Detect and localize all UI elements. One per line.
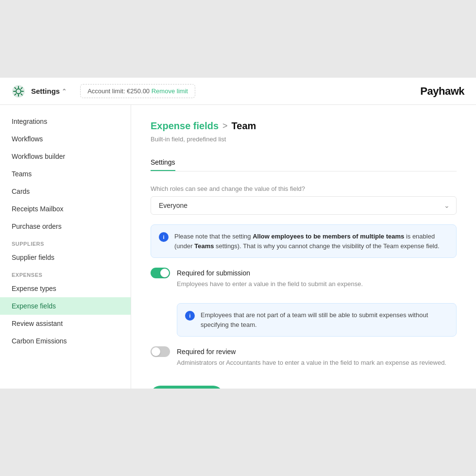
roles-select-wrapper: Everyone ⌄ bbox=[151, 196, 457, 215]
toggle-submission-header: Required for submission bbox=[151, 268, 457, 278]
sidebar-item-label: Workflows bbox=[12, 135, 43, 143]
toggle-review-row: Required for review Administrators or Ac… bbox=[151, 346, 457, 372]
page-subtitle: Built-in field, predefined list bbox=[151, 136, 457, 143]
sidebar-item-purchase-orders[interactable]: Purchase orders bbox=[0, 218, 131, 235]
sidebar-item-teams[interactable]: Teams bbox=[0, 165, 131, 183]
sidebar: Integrations Workflows Workflows builder… bbox=[0, 105, 131, 389]
sidebar-item-expense-types[interactable]: Expense types bbox=[0, 280, 131, 297]
account-limit-badge: Account limit: €250.00 Remove limit bbox=[80, 84, 195, 98]
sidebar-item-review-assistant[interactable]: Review assistant bbox=[0, 315, 131, 332]
toggle-submission-row: Required for submission Employees have t… bbox=[151, 268, 457, 293]
app-window: Settings ⌃ Account limit: €250.00 Remove… bbox=[0, 78, 476, 389]
expenses-section-label: EXPENSES bbox=[0, 266, 131, 280]
toggle-review-description: Administrators or Accountants have to en… bbox=[177, 359, 457, 366]
sub-info-text: Employees that are not part of a team wi… bbox=[201, 310, 448, 329]
toggle-submission-switch[interactable] bbox=[151, 268, 170, 278]
header: Settings ⌃ Account limit: €250.00 Remove… bbox=[0, 78, 476, 105]
sidebar-item-label: Teams bbox=[12, 170, 32, 178]
sidebar-item-label: Purchase orders bbox=[12, 222, 62, 230]
settings-chevron-icon: ⌃ bbox=[62, 88, 67, 95]
breadcrumb-current: Team bbox=[232, 120, 256, 132]
sidebar-item-expense-fields[interactable]: Expense fields bbox=[0, 297, 131, 315]
sidebar-item-supplier-fields[interactable]: Supplier fields bbox=[0, 249, 131, 266]
sidebar-item-carbon-emissions[interactable]: Carbon Emissions bbox=[0, 332, 131, 350]
toggle-review-header: Required for review bbox=[151, 346, 457, 357]
settings-label: Settings bbox=[31, 87, 60, 95]
toggle-submission-description: Employees have to enter a value in the f… bbox=[177, 280, 457, 288]
info-icon: i bbox=[159, 232, 169, 242]
toggle-submission-knob bbox=[160, 269, 169, 277]
toggle-submission-label: Required for submission bbox=[177, 269, 250, 277]
sub-info-icon: i bbox=[185, 311, 195, 321]
settings-title: Settings ⌃ bbox=[31, 87, 67, 95]
breadcrumb-separator: > bbox=[222, 121, 228, 131]
content-panel: Expense fields > Team Built-in field, pr… bbox=[131, 105, 476, 389]
account-limit-text: Account limit: €250.00 bbox=[87, 87, 150, 95]
sidebar-item-label: Carbon Emissions bbox=[12, 337, 67, 345]
toggle-review-switch[interactable] bbox=[151, 346, 170, 357]
sidebar-item-label: Review assistant bbox=[12, 320, 63, 327]
header-left: Settings ⌃ Account limit: €250.00 Remove… bbox=[12, 84, 195, 98]
roles-field-label: Which roles can see and change the value… bbox=[151, 185, 457, 192]
brand-logo: Payhawk bbox=[420, 85, 464, 98]
sidebar-item-cards[interactable]: Cards bbox=[0, 183, 131, 200]
sub-info-box-team: i Employees that are not part of a team … bbox=[177, 303, 457, 337]
sidebar-item-label: Expense fields bbox=[12, 302, 56, 310]
breadcrumb: Expense fields > Team bbox=[151, 120, 457, 132]
sidebar-item-receipts-mailbox[interactable]: Receipts Mailbox bbox=[0, 200, 131, 218]
toggle-review-label: Required for review bbox=[177, 348, 236, 356]
sidebar-item-label: Receipts Mailbox bbox=[12, 205, 64, 213]
sidebar-item-workflows-builder[interactable]: Workflows builder bbox=[0, 148, 131, 165]
gear-icon bbox=[12, 85, 25, 98]
suppliers-section-label: SUPPLIERS bbox=[0, 235, 131, 249]
roles-select[interactable]: Everyone bbox=[151, 196, 457, 215]
sidebar-item-label: Supplier fields bbox=[12, 254, 54, 261]
sidebar-item-integrations[interactable]: Integrations bbox=[0, 113, 131, 130]
toggle-review-knob bbox=[152, 347, 160, 356]
sidebar-item-label: Workflows builder bbox=[12, 153, 65, 160]
sidebar-item-label: Integrations bbox=[12, 118, 47, 125]
main-content: Integrations Workflows Workflows builder… bbox=[0, 105, 476, 389]
tab-settings[interactable]: Settings bbox=[151, 154, 175, 171]
bottom-gray-area bbox=[0, 389, 476, 476]
sidebar-item-workflows[interactable]: Workflows bbox=[0, 130, 131, 148]
info-box-teams: i Please note that the setting Allow emp… bbox=[151, 224, 457, 258]
breadcrumb-link[interactable]: Expense fields bbox=[151, 120, 219, 132]
info-text: Please note that the setting Allow emplo… bbox=[174, 232, 448, 251]
tabs: Settings bbox=[151, 154, 457, 171]
top-gray-area bbox=[0, 0, 476, 78]
sidebar-item-label: Expense types bbox=[12, 285, 56, 292]
sidebar-item-label: Cards bbox=[12, 187, 30, 195]
remove-limit-button[interactable]: Remove limit bbox=[152, 87, 188, 95]
